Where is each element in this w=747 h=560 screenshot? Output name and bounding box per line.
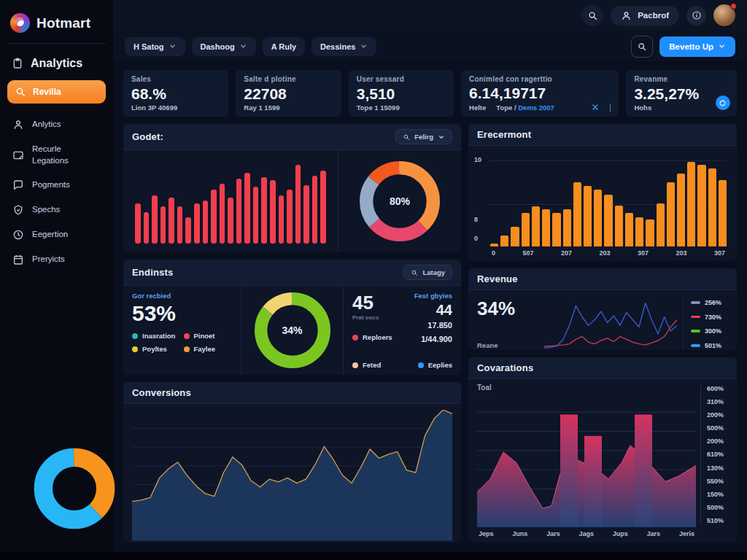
play-icon[interactable]: [477, 539, 696, 542]
brand-logo[interactable]: Hotmart: [0, 10, 113, 43]
clock-icon: [12, 229, 24, 241]
godet-filter-button[interactable]: Felirg: [395, 129, 452, 144]
y-axis-label: 10: [474, 156, 481, 163]
badge-icon: [12, 204, 24, 216]
sidebar-item-pogments[interactable]: Pogments: [0, 173, 113, 198]
sidebar-item-eegertion[interactable]: Eegertion: [0, 222, 113, 247]
sidebar-item-label: Preryicts: [32, 254, 65, 265]
filter-bar: H Satog Dashoog A Ruly Dessines Bevetto …: [113, 31, 747, 63]
divider: [610, 104, 611, 112]
sidebar-item-label: Spechs: [32, 204, 60, 216]
user-pill[interactable]: Pacbrof: [611, 6, 679, 26]
legend-item: Reploers: [352, 331, 403, 343]
sidebar-divider: [7, 43, 106, 44]
godet-bar-chart: [123, 150, 338, 252]
panel-title: Covarations: [477, 362, 533, 373]
x-axis-labels: JepsJunsJarsJagsJupsJarsJeris: [477, 527, 696, 539]
metric-label: Fest gbyies: [414, 292, 452, 300]
legend-item: Faylee: [184, 345, 233, 353]
metric-sublabel: Prat oocs: [352, 314, 379, 321]
donut-center-label: 34%: [255, 292, 330, 368]
info-icon: [692, 10, 702, 20]
sidebar-donut-chart: [34, 448, 115, 529]
panels: Godet: Felirg: [123, 124, 737, 542]
x-axis-labels: 0507207203307203307: [490, 246, 727, 258]
legend-item: Feted: [352, 361, 403, 369]
legend-swatch: [352, 362, 358, 368]
kpi-card-revanme: Revanme 3.25,27% Hohs: [626, 70, 737, 117]
refresh-button[interactable]: [716, 96, 730, 110]
panel-title: Godet:: [132, 131, 163, 142]
kpi-link[interactable]: Dems 2007: [518, 104, 554, 112]
filter-dropdown-dessines[interactable]: Dessines: [311, 37, 376, 56]
chevron-down-icon: [169, 42, 177, 50]
sidebar-item-spechs[interactable]: Spechs: [0, 198, 113, 222]
conversions-area-chart: [132, 410, 452, 541]
info-button[interactable]: [686, 6, 706, 26]
chart-corner-label: Toal: [477, 384, 696, 392]
filter-dropdown-dashoog[interactable]: Dashoog: [192, 37, 256, 56]
sidebar: Hotmart Analytics Revilla Anlytics Recur…: [0, 0, 113, 560]
content: Sales 68.% Lion 3P 40699 Salte d plotine…: [113, 63, 747, 560]
app-root: Hotmart Analytics Revilla Anlytics Recur…: [0, 0, 747, 560]
legend-item: Poyltes: [132, 345, 181, 353]
kpi-card-sales: Sales 68.% Lion 3P 40699: [123, 70, 228, 117]
godet-donut-chart: 80%: [360, 161, 440, 241]
user-icon: [12, 119, 24, 131]
sidebar-item-recurle-legations[interactable]: Recurle Legations: [0, 137, 113, 173]
search-icon: [403, 133, 410, 141]
metric-value: 34%: [477, 298, 538, 320]
filter-dropdown-satog[interactable]: H Satog: [125, 37, 185, 56]
panel-endinsts: Endinsts Latagy Gor recbied 53% Inasrati…: [123, 260, 461, 375]
user-name: Pacbrof: [638, 11, 669, 20]
bottom-strip: [0, 552, 747, 560]
cta-button[interactable]: Bevetto Up: [659, 36, 735, 57]
endinsts-filter-button[interactable]: Latagy: [403, 265, 452, 280]
legend-item: Eeplies: [403, 361, 453, 369]
hotmart-logo-icon: [10, 13, 30, 33]
sidebar-item-anlytics[interactable]: Anlytics: [0, 112, 113, 137]
chevron-down-icon: [239, 42, 247, 50]
metric-value: 53%: [132, 301, 232, 326]
legend-item: 300%: [691, 327, 729, 335]
close-icon[interactable]: [591, 103, 600, 112]
endinsts-donut-chart: 34%: [255, 292, 330, 368]
search-icon: [15, 86, 26, 98]
engagement-bar-chart: [490, 158, 727, 246]
search-button-secondary[interactable]: [631, 36, 653, 58]
topbar: Pacbrof: [113, 0, 747, 31]
sidebar-item-label: Pogments: [32, 179, 70, 191]
chat-icon: [12, 179, 24, 191]
refresh-icon: [719, 99, 727, 107]
search-icon: [587, 10, 598, 21]
legend: InasrationPinoetPoyltesFaylee: [132, 332, 232, 353]
sidebar-item-active[interactable]: Revilla: [7, 80, 106, 104]
panel-covariations: Covarations Toal 600%310%200%500%200%610…: [468, 357, 737, 542]
sidebar-item-label: Anlytics: [32, 119, 61, 131]
search-button[interactable]: [581, 4, 603, 26]
sidebar-item-label: Eegertion: [32, 229, 68, 241]
metric-value: 1/44.900: [403, 335, 453, 343]
avatar[interactable]: [713, 4, 735, 26]
legend-item: 730%: [691, 314, 729, 321]
panel-title: Revenue: [477, 273, 518, 284]
panel-godet: Godet: Felirg: [123, 124, 461, 252]
filter-button-ruly[interactable]: A Ruly: [263, 37, 305, 56]
metric-value: 44: [427, 300, 452, 320]
y-axis-label: 8: [474, 216, 478, 223]
sidebar-item-preryicts[interactable]: Preryicts: [0, 247, 113, 272]
sidebar-item-label: Revilla: [33, 87, 61, 97]
chevron-down-icon: [718, 42, 726, 50]
legend-item: Inasration: [132, 332, 181, 340]
legend-item: 256%: [691, 299, 729, 306]
legend-swatch: [418, 362, 424, 368]
panel-engagement: Erecermont 10 8 0 0507207203307203307: [468, 124, 737, 261]
x-axis-labels: JareLusMieIotTbyTayJesTubJolYoyFms: [132, 541, 452, 542]
kpi-card-plotine: Salte d plotine 22708 Ray 1 1599: [236, 70, 341, 117]
legend-item: 501%: [691, 342, 729, 349]
panel-title: Endinsts: [132, 267, 174, 278]
panel-icon: [12, 149, 24, 161]
sidebar-section-title: Analytics: [0, 55, 113, 79]
legend-swatch: [352, 335, 358, 341]
user-icon: [621, 10, 632, 21]
